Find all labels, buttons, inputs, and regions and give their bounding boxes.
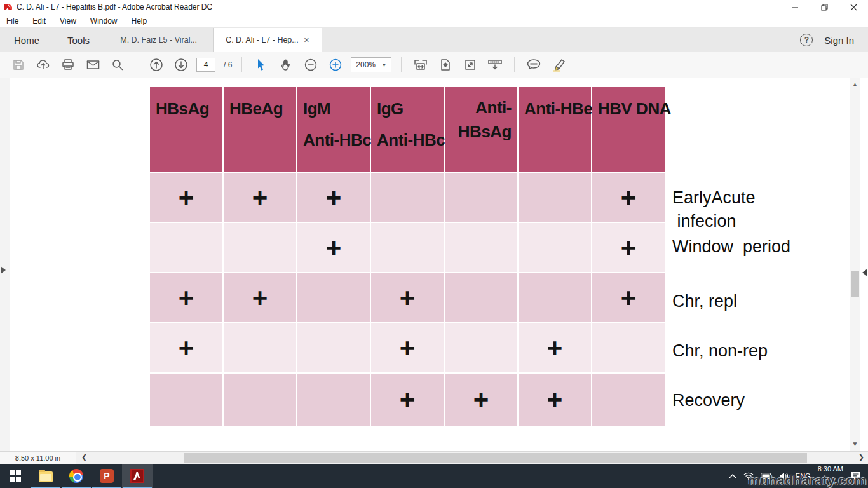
help-icon[interactable]: ? <box>800 34 813 46</box>
start-button[interactable] <box>0 464 31 488</box>
tray-expand-icon[interactable] <box>729 473 736 478</box>
cell: + <box>592 273 665 322</box>
table-row-early-acute: + + + + <box>150 173 666 222</box>
tab-home[interactable]: Home <box>0 28 53 52</box>
window-controls <box>780 0 868 14</box>
taskbar-powerpoint[interactable]: P <box>92 464 122 488</box>
cell: + <box>224 273 296 322</box>
cell <box>297 323 370 372</box>
document-tab-2-label: C. D. Ali - L7 - Hep... <box>226 36 299 44</box>
tab-tools[interactable]: Tools <box>53 28 104 52</box>
cell <box>150 374 222 426</box>
page-size-label: 8.50 x 11.00 in <box>0 452 76 464</box>
select-tool-icon[interactable] <box>252 55 271 74</box>
powerpoint-icon: P <box>100 469 114 483</box>
page-number-input[interactable] <box>196 58 215 72</box>
chevron-down-icon: ▼ <box>381 62 386 68</box>
cell: + <box>150 173 222 222</box>
cell <box>150 223 222 272</box>
taskbar-file-explorer[interactable] <box>31 464 61 488</box>
toolbar-separator <box>401 57 402 72</box>
expand-left-panel-icon[interactable] <box>1 266 6 274</box>
acrobat-window: C. D. Ali - L7 - Hepatitis B.pdf - Adobe… <box>0 0 868 488</box>
close-button[interactable] <box>839 0 868 14</box>
vertical-scrollbar-thumb[interactable] <box>851 271 859 297</box>
previous-page-icon[interactable] <box>147 55 166 74</box>
windows-logo-icon <box>10 470 21 482</box>
horizontal-scrollbar-thumb[interactable] <box>184 453 807 463</box>
window-title: C. D. Ali - L7 - Hepatitis B.pdf - Adobe… <box>17 3 780 11</box>
title-bar: C. D. Ali - L7 - Hepatitis B.pdf - Adobe… <box>0 0 868 14</box>
scroll-up-icon[interactable]: ▲ <box>850 81 860 88</box>
print-icon[interactable] <box>58 55 78 74</box>
status-bar: 8.50 x 11.00 in ❮ ❯ <box>0 451 868 464</box>
restore-button[interactable] <box>810 0 839 14</box>
toolbar-separator <box>137 57 137 72</box>
cell: + <box>445 374 517 426</box>
header-anti-hbsag: Anti- HBsAg <box>445 87 517 172</box>
cell: + <box>592 173 665 222</box>
toolbar-separator <box>514 57 515 72</box>
cell <box>445 323 517 372</box>
document-tab-2-active[interactable]: C. D. Ali - L7 - Hep... ✕ <box>213 28 322 52</box>
cell <box>519 273 591 322</box>
file-explorer-icon <box>39 471 53 482</box>
zoom-in-icon[interactable] <box>326 55 345 74</box>
header-hbeag: HBeAg <box>224 87 296 172</box>
sign-in-button[interactable]: Sign In <box>824 35 854 46</box>
row-label-window-period: Window period <box>672 235 790 259</box>
header-igg-anti-hbc: IgG Anti-HBc <box>371 87 444 172</box>
document-tab-1[interactable]: M. D. Faiz L5 - Viral... <box>104 28 213 52</box>
zoom-out-icon[interactable] <box>301 55 320 74</box>
next-page-icon[interactable] <box>172 55 191 74</box>
cell <box>445 173 517 222</box>
taskbar-acrobat-active[interactable] <box>122 464 153 488</box>
row-label-chr-non-rep: Chr, non-rep <box>672 339 768 363</box>
collapse-right-panel-icon[interactable] <box>862 269 867 276</box>
tab-bar: Home Tools M. D. Faiz L5 - Viral... C. D… <box>0 28 868 52</box>
cell: + <box>297 223 370 272</box>
table-row-chronic-replicative: + + + + <box>150 273 666 322</box>
page-total-label: / 6 <box>224 60 232 69</box>
fit-width-icon[interactable] <box>411 55 430 74</box>
save-icon[interactable] <box>9 55 28 74</box>
highlight-icon[interactable] <box>549 55 568 74</box>
header-igm-anti-hbc: IgM Anti-HBc <box>297 87 370 172</box>
header-hbsag: HBsAg <box>150 87 222 172</box>
table-header-row: HBsAg HBeAg IgM Anti-HBc IgG Anti-HBc An… <box>150 87 666 172</box>
share-upload-icon[interactable] <box>34 55 53 74</box>
minimize-button[interactable] <box>780 0 810 14</box>
zoom-level-dropdown[interactable]: 200% ▼ <box>351 57 391 72</box>
windows-taskbar: P ENG 8:30 AM muhadharaty.com <box>0 464 868 488</box>
email-icon[interactable] <box>83 55 102 74</box>
cell: + <box>519 323 591 372</box>
comment-icon[interactable] <box>524 55 543 74</box>
menu-edit[interactable]: Edit <box>32 17 46 25</box>
cell <box>519 173 591 222</box>
menu-help[interactable]: Help <box>132 17 147 25</box>
tab-close-icon[interactable]: ✕ <box>304 36 309 44</box>
cell <box>224 323 296 372</box>
fit-page-icon[interactable] <box>436 55 455 74</box>
actual-size-icon[interactable] <box>461 55 480 74</box>
menu-file[interactable]: File <box>6 17 18 25</box>
vertical-scrollbar[interactable]: ▲ ▼ <box>850 78 860 451</box>
scroll-down-icon[interactable]: ▼ <box>850 440 860 447</box>
table-row-recovery: + + + <box>150 374 666 426</box>
scrolling-mode-icon[interactable] <box>485 55 505 74</box>
toolbar-separator <box>241 57 242 72</box>
hand-tool-icon[interactable] <box>276 55 295 74</box>
menu-window[interactable]: Window <box>90 17 118 25</box>
cell <box>297 273 370 322</box>
left-panel-strip <box>0 78 10 451</box>
search-icon[interactable] <box>108 55 127 74</box>
row-label-chr-repl: Chr, repl <box>672 290 737 313</box>
menu-view[interactable]: View <box>60 17 76 25</box>
scroll-left-icon[interactable]: ❮ <box>81 453 87 461</box>
cell <box>297 374 370 426</box>
taskbar-chrome[interactable] <box>61 464 92 488</box>
cell <box>224 374 296 426</box>
scroll-right-icon[interactable]: ❯ <box>858 453 864 461</box>
cell: + <box>150 273 222 322</box>
chrome-icon <box>69 469 83 483</box>
